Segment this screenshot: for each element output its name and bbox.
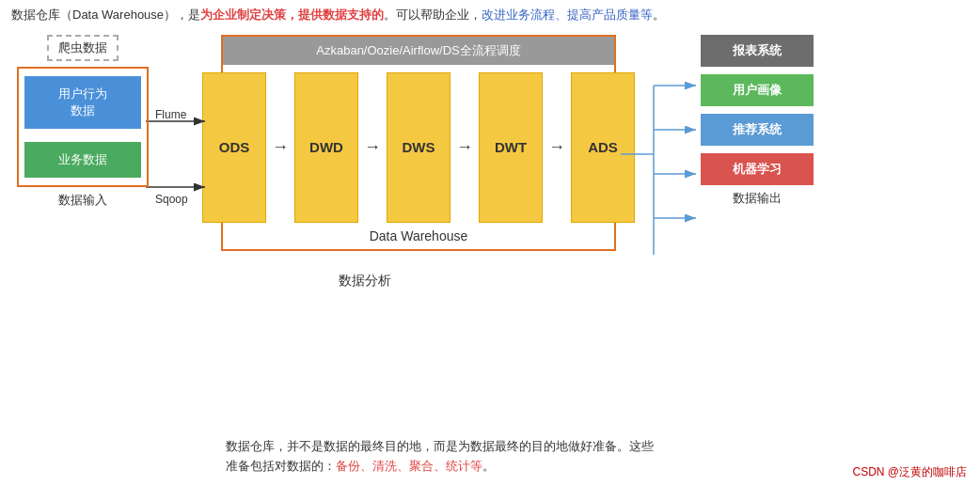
sqoop-label: Sqoop	[155, 193, 188, 206]
top-prefix: 数据仓库（Data Warehouse），是	[11, 8, 200, 22]
flume-row: Flume	[155, 108, 186, 121]
input-box: 用户行为 数据 业务数据	[17, 67, 149, 188]
watermark: CSDN @泛黄的咖啡店	[852, 464, 967, 480]
output-section: 报表系统 用户画像 推荐系统 机器学习 数据输出	[696, 35, 818, 207]
layer-dwt: DWT	[479, 72, 543, 223]
output-box-ml: 机器学习	[701, 153, 814, 185]
layers-row: ODS → DWD → DWS → DWT → ADS	[193, 72, 644, 223]
output-box-user: 用户画像	[701, 74, 814, 106]
input-label: 数据输入	[58, 192, 107, 209]
output-boxes: 报表系统 用户画像 推荐系统 机器学习	[701, 35, 814, 185]
bottom-line1: 数据仓库，并不是数据的最终目的地，而是为数据最终的目的地做好准备。这些	[226, 437, 969, 457]
arrow-2: →	[364, 137, 381, 157]
bottom-line2-prefix: 准备包括对数据的：	[226, 460, 336, 473]
top-highlight2: 改进业务流程、提高产品质量等	[482, 8, 653, 22]
bottom-line2-highlight: 备份、清洗、聚合、统计等	[336, 460, 482, 473]
flume-label: Flume	[155, 108, 186, 121]
layer-ads: ADS	[571, 72, 635, 223]
top-suffix2: 。	[653, 8, 665, 22]
scheduler-bar: Azkaban/Oozie/Airflow/DS全流程调度	[223, 37, 614, 65]
layer-ods: ODS	[202, 72, 266, 223]
output-box-recommend: 推荐系统	[701, 114, 814, 146]
output-label: 数据输出	[733, 190, 782, 207]
bottom-text: 数据仓库，并不是数据的最终目的地，而是为数据最终的目的地做好准备。这些 准备包括…	[0, 431, 980, 481]
biz-data-box: 业务数据	[24, 142, 141, 178]
warehouse-section: Azkaban/Oozie/Airflow/DS全流程调度 ODS → DWD …	[221, 35, 616, 251]
arrow-1: →	[272, 137, 289, 157]
arrow-3: →	[456, 137, 473, 157]
main-diagram: 爬虫数据 用户行为 数据 业务数据 数据输入 Flume Sqoop Azkab…	[0, 29, 980, 255]
crawl-label: 爬虫数据	[47, 35, 119, 61]
layer-dwd: DWD	[294, 72, 358, 223]
sqoop-row: Sqoop	[155, 193, 188, 206]
left-section: 爬虫数据 用户行为 数据 业务数据 数据输入	[9, 35, 155, 210]
bottom-line2-suffix: 。	[482, 460, 495, 473]
output-box-report: 报表系统	[701, 35, 814, 67]
user-behavior-box: 用户行为 数据	[24, 76, 141, 129]
analysis-label: 数据分析	[339, 273, 391, 290]
arrow-4: →	[548, 137, 565, 157]
top-highlight1: 为企业制定决策，提供数据支持的	[200, 8, 384, 22]
top-text: 数据仓库（Data Warehouse），是为企业制定决策，提供数据支持的。可以…	[0, 0, 980, 29]
layer-dws: DWS	[387, 72, 450, 223]
warehouse-label: Data Warehouse	[370, 228, 468, 243]
top-suffix1: 。可以帮助企业，	[384, 8, 482, 22]
